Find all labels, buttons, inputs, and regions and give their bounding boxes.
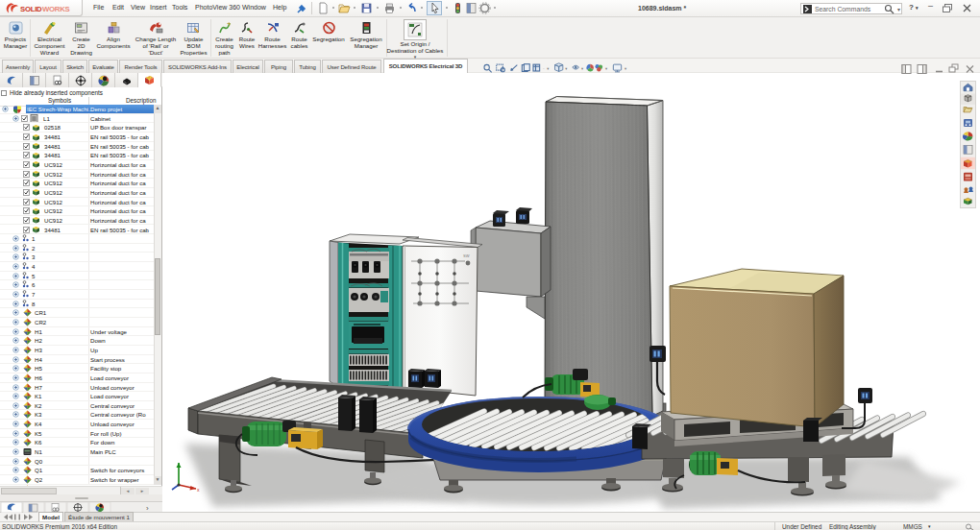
svg-text:▾: ▾ — [547, 66, 550, 71]
svg-text:SOLID: SOLID — [20, 5, 42, 13]
svg-text:SW: SW — [463, 253, 470, 258]
svg-text:▾: ▾ — [625, 66, 627, 71]
svg-text:▾: ▾ — [581, 66, 584, 71]
svg-text:▾: ▾ — [565, 66, 568, 71]
svg-text:›: › — [146, 503, 149, 512]
svg-text:▾: ▾ — [605, 66, 608, 71]
svg-text:WORKS: WORKS — [42, 5, 69, 13]
svg-text:·: · — [543, 65, 545, 71]
